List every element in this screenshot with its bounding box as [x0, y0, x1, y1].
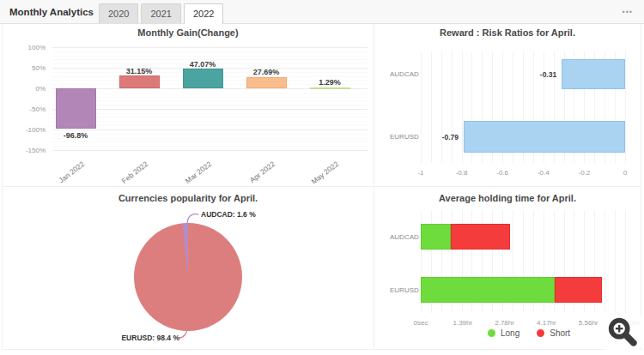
x-tick-label: -0.8	[449, 169, 475, 177]
x-tick-label: 0	[612, 169, 638, 177]
grid-line	[52, 47, 368, 48]
monthly-analytics-page: Monthly Analytics 202020212022 ••• Month…	[0, 0, 644, 355]
panel-reward-risk: Reward : Risk Ratios for April. -1-0.8-0…	[374, 24, 641, 187]
bar-value-label: 31.15%	[113, 67, 165, 75]
bar-value-label: -96.8%	[50, 131, 101, 140]
y-tick-label: -100%	[9, 126, 46, 134]
bar-eurusd-long	[421, 277, 555, 303]
panel-holding-time: Average holding time for April. 0sec1.39…	[374, 187, 641, 349]
chart-legend: LongShort	[488, 328, 570, 338]
category-label: AUDCAD	[390, 70, 419, 78]
x-tick-label: 0sec	[407, 319, 434, 327]
bar-eurusd-short	[555, 277, 603, 303]
callout-line-eurusd	[178, 328, 190, 340]
legend-item-long[interactable]: Long	[488, 328, 519, 338]
bar-apr-2022	[246, 77, 287, 88]
pie-slice-label-eurusd: EURUSD: 98.4 %	[112, 334, 179, 342]
category-label: EURUSD	[390, 133, 419, 141]
currency-popularity-pie	[134, 223, 242, 331]
bar-audcad-short	[451, 224, 510, 250]
bar-eurusd	[464, 121, 625, 153]
tab-2020[interactable]: 2020	[99, 3, 138, 23]
bar-audcad-long	[421, 224, 451, 250]
chart-title-holding-time: Average holding time for April.	[374, 193, 641, 203]
tab-2021[interactable]: 2021	[141, 3, 180, 23]
grid-line	[52, 109, 368, 110]
panel-monthly-gain: Monthly Gain(Change) 100%50%0%-50%-100%-…	[3, 24, 374, 187]
x-tick-label: -0.2	[571, 169, 597, 177]
bar-mar-2022	[183, 69, 223, 88]
y-tick-label: 50%	[9, 64, 46, 72]
bar-value-label: 47.07%	[177, 60, 228, 69]
legend-label: Short	[550, 328, 570, 338]
callout-line-audcad	[185, 211, 200, 225]
tab-2022[interactable]: 2022	[184, 3, 223, 24]
zoom-in-button[interactable]	[604, 313, 641, 351]
pie-slice-label-audcad: AUDCAD: 1.6 %	[201, 210, 256, 219]
bar-feb-2022	[119, 75, 160, 88]
y-tick-label: -150%	[9, 147, 46, 154]
bar-value-label: 1.29%	[304, 78, 355, 87]
x-tick-label: 2.78hr	[491, 319, 519, 327]
y-tick-label: 0%	[9, 85, 46, 93]
y-tick-label: -50%	[9, 105, 46, 113]
magnifier-plus-icon	[606, 316, 639, 348]
y-tick-label: 100%	[9, 44, 46, 51]
bar-value-label: 27.69%	[240, 68, 292, 76]
category-label: EURUSD	[390, 286, 419, 294]
x-tick-label: 4.17hr	[532, 319, 560, 327]
panel-currency-popularity: Currencies popularity for April. AUDCAD:…	[3, 187, 374, 349]
bar-may-2022	[310, 87, 350, 89]
legend-dot-icon	[537, 329, 544, 337]
bar-jan-2022	[56, 88, 96, 129]
x-tick-label: 5.56hr	[574, 319, 602, 327]
bar-audcad	[562, 59, 625, 89]
bar-value-label: -0.79	[416, 133, 459, 141]
ellipsis-menu-icon[interactable]: •••	[623, 8, 644, 16]
chart-title-reward-risk: Reward : Risk Ratios for April.	[374, 27, 641, 38]
x-tick-label: -1	[408, 169, 434, 177]
category-label: AUDCAD	[390, 233, 419, 241]
chart-title-currency-popularity: Currencies popularity for April.	[3, 193, 374, 203]
page-title: Monthly Analytics	[0, 7, 99, 17]
legend-item-short[interactable]: Short	[537, 328, 570, 338]
year-tabs: 202020212022	[99, 3, 226, 23]
grid-line	[52, 150, 368, 151]
legend-dot-icon	[488, 329, 495, 337]
dashboard-grid: Monthly Gain(Change) 100%50%0%-50%-100%-…	[2, 24, 641, 350]
x-tick-label: 1.39hr	[449, 319, 477, 327]
bar-value-label: -0.31	[513, 70, 556, 79]
x-tick-label: -0.6	[489, 169, 515, 177]
tab-bar: Monthly Analytics 202020212022 •••	[0, 0, 644, 24]
legend-label: Long	[501, 328, 519, 338]
chart-title-monthly-gain: Monthly Gain(Change)	[3, 27, 374, 38]
x-tick-label: -0.4	[531, 169, 556, 177]
